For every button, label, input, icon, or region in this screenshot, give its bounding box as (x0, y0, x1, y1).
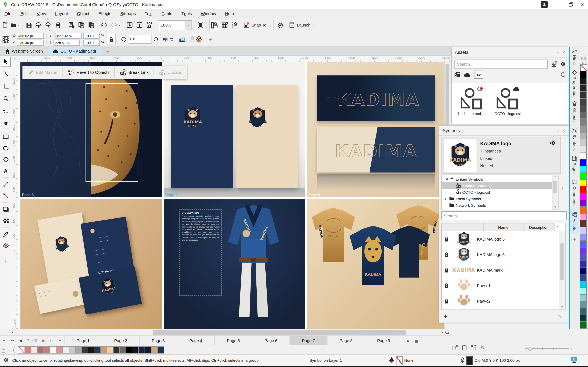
color-swatch[interactable] (580, 274, 587, 281)
tool-zoom[interactable] (1, 94, 10, 103)
color-swatch[interactable] (580, 78, 587, 85)
palette-options-icon[interactable] (471, 345, 476, 350)
menu-effects[interactable]: Effects (94, 9, 116, 18)
color-swatch[interactable] (580, 261, 587, 268)
color-swatch[interactable] (580, 118, 587, 125)
symbols-collapse-icon[interactable]: » (557, 128, 559, 133)
mirror-horizontal-button[interactable] (162, 36, 169, 42)
canvas-page8-label[interactable]: Page 8 (308, 193, 320, 197)
ellipse-indicator-icon[interactable] (153, 36, 158, 42)
color-swatch[interactable] (580, 146, 587, 153)
color-swatch[interactable] (580, 240, 587, 247)
scale-x-field[interactable]: 100.0 (83, 33, 100, 39)
display-monitor-icon[interactable] (571, 357, 577, 363)
color-swatch[interactable] (580, 91, 587, 99)
color-swatch[interactable] (580, 105, 587, 112)
collapse-panel-icon[interactable]: » (557, 50, 559, 54)
import-button[interactable] (125, 20, 134, 30)
vertical-ruler[interactable]: 2200200018001600140012001000800600400200… (11, 62, 18, 329)
color-swatch[interactable] (580, 294, 587, 301)
page-tab-page-6[interactable]: Page 6 (252, 336, 290, 346)
palette-scroll-left[interactable]: ⟨ (10, 346, 18, 354)
tool-crop[interactable] (1, 82, 10, 92)
color-swatch[interactable] (580, 159, 587, 166)
color-swatch[interactable] (580, 152, 587, 159)
rotation-angle-field[interactable]: 0.0 (129, 35, 151, 44)
menu-edit[interactable]: Edit (16, 9, 32, 18)
y-position-field[interactable]: 280.46 px (17, 40, 44, 46)
color-swatch[interactable] (81, 346, 88, 354)
color-swatch[interactable] (580, 322, 587, 329)
save-button[interactable] (25, 20, 34, 30)
color-swatch[interactable] (100, 346, 107, 354)
tool-artistic-media[interactable] (1, 118, 10, 128)
color-swatch[interactable] (62, 346, 69, 354)
page-tab-page-7[interactable]: Page 7 (290, 336, 327, 346)
docker-tab-hints[interactable]: ➤?Hints (570, 47, 579, 67)
color-swatch[interactable] (580, 288, 587, 295)
docker-tab-objects[interactable]: Objects (570, 99, 579, 125)
first-page-button[interactable]: ⏮ (8, 336, 16, 346)
asset-item[interactable]: OCTO - logo.csl (491, 87, 524, 119)
color-swatch[interactable] (113, 346, 120, 354)
main-palette-handle[interactable] (581, 57, 586, 60)
color-swatch[interactable] (580, 281, 587, 288)
status-gear-icon[interactable] (3, 357, 9, 363)
refresh-icon[interactable] (560, 72, 566, 77)
color-swatch[interactable] (580, 85, 587, 92)
menu-object[interactable]: Object (72, 9, 94, 18)
export-palette-icon[interactable] (452, 345, 458, 350)
maximize-button[interactable] (566, 0, 576, 10)
folder-tree-filter-icon[interactable] (454, 72, 460, 77)
tool-pick[interactable] (1, 57, 11, 67)
color-swatch[interactable] (132, 346, 139, 354)
scroll-right-arrow[interactable]: ▸ (442, 331, 443, 334)
launch-button[interactable]: Launch▼ (289, 20, 315, 30)
page-tab-page-1[interactable]: Page 1 (64, 336, 102, 346)
tree-item-octo-logo-csl[interactable]: OCTO - logo.csl (442, 189, 552, 195)
menu-window[interactable]: Window (196, 9, 221, 18)
symbol-row-kadima-logo-5[interactable]: KADIMAJIU JITSU KADIMA logo 5 (442, 231, 565, 247)
assets-search-input[interactable]: Search (454, 59, 548, 68)
color-swatch[interactable] (87, 346, 94, 354)
snap-to-button[interactable]: Snap To▼ (243, 20, 271, 30)
color-swatch[interactable] (580, 193, 587, 200)
menu-help[interactable]: Help (221, 9, 238, 18)
download-asset-icon[interactable] (551, 61, 557, 67)
symbols-search-input[interactable]: Search (441, 211, 567, 220)
assets-options-gear-icon[interactable] (560, 61, 566, 67)
object-height-field[interactable]: 228.41 px (53, 40, 80, 46)
column-name[interactable]: Name (484, 223, 523, 231)
scroll-left-arrow[interactable]: ◂ (11, 331, 13, 334)
swatch-none[interactable] (580, 64, 587, 71)
color-swatch[interactable] (580, 308, 587, 315)
docker-add-tab-button[interactable]: + (570, 234, 579, 245)
symbols-close-icon[interactable]: ✕ (562, 128, 566, 133)
tool-connector[interactable] (1, 191, 10, 200)
color-swatch[interactable] (94, 346, 101, 354)
close-button[interactable]: ✕ (577, 0, 588, 10)
color-swatch[interactable] (580, 179, 587, 187)
color-swatch[interactable] (580, 186, 587, 193)
color-swatch[interactable] (580, 315, 587, 322)
to-front-of-layer-button[interactable] (196, 36, 202, 42)
menu-table[interactable]: Table (157, 9, 177, 18)
fullscreen-button[interactable] (196, 20, 205, 30)
export-button[interactable] (135, 20, 144, 30)
master-break-link[interactable]: Break Link (116, 69, 152, 75)
menu-file[interactable]: File (0, 9, 16, 18)
rulers-button[interactable] (209, 19, 219, 31)
color-swatch[interactable] (75, 346, 82, 354)
zoom-corner-icon[interactable] (445, 330, 450, 334)
menu-view[interactable]: View (32, 9, 51, 18)
docker-tab-symbols[interactable]: Symbols (570, 125, 579, 153)
docker-tab-pages[interactable]: Pages (570, 153, 579, 177)
color-swatch[interactable] (580, 213, 587, 220)
tree-scrollbar[interactable]: ∧∨ (552, 175, 559, 210)
page-tab-page-5[interactable]: Page 5 (214, 336, 252, 346)
tool-freehand[interactable] (1, 107, 10, 117)
scale-y-field[interactable]: 100.0 (83, 40, 100, 46)
color-swatch[interactable] (56, 346, 63, 354)
cloud-filter-icon[interactable] (464, 72, 470, 77)
tree-item-kadima-brand-csl[interactable]: Kadima brand.csl (442, 182, 552, 189)
